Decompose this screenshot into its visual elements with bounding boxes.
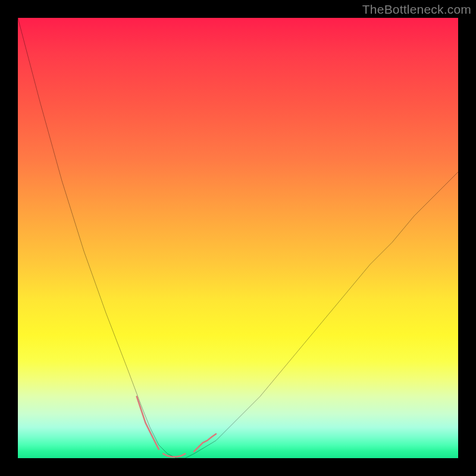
marker-left-band [137, 396, 159, 449]
curve-layer [18, 18, 458, 458]
marker-right-band [194, 434, 216, 452]
plot-area [18, 18, 458, 458]
watermark-label: TheBottleneck.com [362, 2, 471, 17]
bottleneck-curve [18, 18, 458, 458]
marker-bottom-band [163, 454, 185, 457]
chart-stage: TheBottleneck.com [0, 0, 476, 476]
